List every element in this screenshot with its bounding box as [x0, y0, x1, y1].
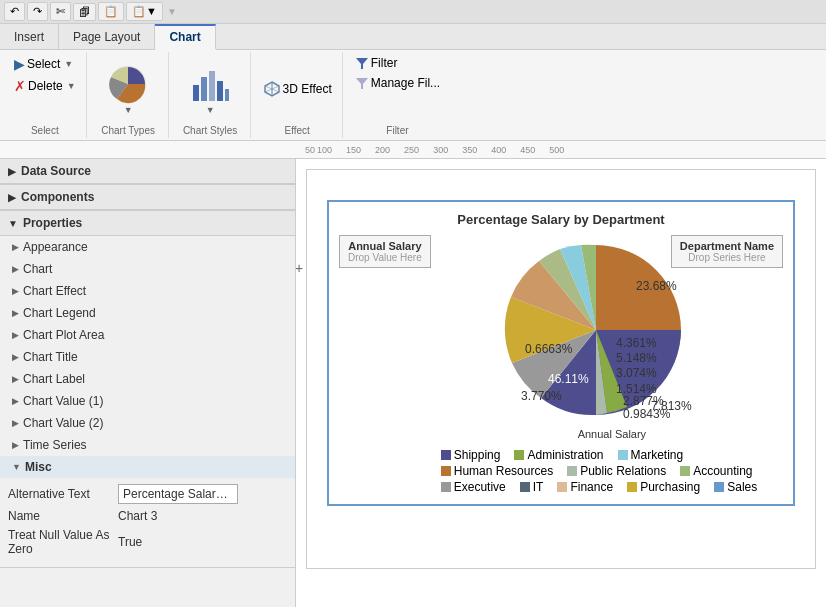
paste-button[interactable]: 📋: [98, 2, 124, 21]
chart-container: Percentage Salary by Department Annual S…: [327, 200, 795, 506]
legend-item-purchasing: Purchasing: [627, 480, 700, 494]
filter-icon: [355, 56, 369, 70]
filter-button[interactable]: Filter: [351, 54, 444, 72]
legend-color-executive: [441, 482, 451, 492]
ribbon-group-select: ▶ Select ▼ ✗ Delete ▼ Select: [4, 52, 87, 138]
legend-item-finance: Finance: [557, 480, 613, 494]
data-source-label: Data Source: [21, 164, 91, 178]
undo-button[interactable]: ↶: [4, 2, 25, 21]
legend-item-accounting: Accounting: [680, 464, 752, 478]
legend-color-it: [520, 482, 530, 492]
data-box-placeholder: Drop Value Here: [348, 252, 422, 263]
components-arrow: ▶: [8, 192, 16, 203]
prop-time-series[interactable]: ▶ Time Series: [0, 434, 295, 456]
svg-text:46.11%: 46.11%: [548, 372, 589, 386]
legend-color-finance: [557, 482, 567, 492]
bar-chart-icon: [189, 63, 231, 105]
add-handle[interactable]: +: [296, 260, 303, 276]
series-box-label: Department Name: [680, 240, 774, 252]
chart-type-button[interactable]: ▼: [102, 60, 154, 118]
svg-text:23.68%: 23.68%: [636, 279, 677, 293]
special-paste-button[interactable]: 📋▼: [126, 2, 163, 21]
tab-insert[interactable]: Insert: [0, 24, 59, 49]
prop-chart-value-1[interactable]: ▶ Chart Value (1): [0, 390, 295, 412]
filter-group-label: Filter: [351, 123, 444, 136]
prop-chart-plot-area[interactable]: ▶ Chart Plot Area: [0, 324, 295, 346]
chart-visual-area: Department Name Drop Series Here: [441, 235, 783, 494]
alt-text-input[interactable]: [118, 484, 238, 504]
components-header[interactable]: ▶ Components: [0, 185, 295, 210]
components-label: Components: [21, 190, 94, 204]
series-box[interactable]: Department Name Drop Series Here: [671, 235, 783, 268]
legend-item-executive: Executive: [441, 480, 506, 494]
data-source-header[interactable]: ▶ Data Source: [0, 159, 295, 184]
prop-chart-effect[interactable]: ▶ Chart Effect: [0, 280, 295, 302]
properties-section: ▼ Properties ▶ Appearance ▶ Chart ▶ Char…: [0, 211, 295, 568]
legend-color-pr: [567, 466, 577, 476]
prop-chart-legend[interactable]: ▶ Chart Legend: [0, 302, 295, 324]
null-value: True: [118, 535, 142, 549]
properties-label: Properties: [23, 216, 82, 230]
effect-group-label: Effect: [259, 123, 336, 136]
select-button[interactable]: ▶ Select ▼: [10, 54, 80, 74]
components-section: ▶ Components: [0, 185, 295, 211]
svg-text:7.813%: 7.813%: [651, 399, 692, 413]
legend-color-hr: [441, 466, 451, 476]
prop-chart-value-2[interactable]: ▶ Chart Value (2): [0, 412, 295, 434]
svg-text:4.361%: 4.361%: [616, 336, 657, 350]
chart-types-label: Chart Types: [95, 123, 162, 136]
legend-color-admin: [514, 450, 524, 460]
chart-legend: Shipping Administration Marketing: [441, 448, 783, 494]
redo-button[interactable]: ↷: [27, 2, 48, 21]
prop-chart[interactable]: ▶ Chart: [0, 258, 295, 280]
legend-item-pr: Public Relations: [567, 464, 666, 478]
tab-chart[interactable]: Chart: [155, 24, 215, 50]
3d-effect-button[interactable]: 3D Effect: [259, 78, 336, 100]
legend-color-shipping: [441, 450, 451, 460]
ribbon-group-filter: Filter Manage Fil... Filter: [345, 52, 450, 138]
data-source-arrow: ▶: [8, 166, 16, 177]
legend-item-it: IT: [520, 480, 544, 494]
alt-text-label: Alternative Text: [8, 487, 118, 501]
canvas-area: + Percentage Salary by Department Annual…: [296, 159, 826, 607]
prop-chart-label[interactable]: ▶ Chart Label: [0, 368, 295, 390]
svg-text:3.074%: 3.074%: [616, 366, 657, 380]
prop-misc[interactable]: ▼ Misc: [0, 456, 295, 478]
annual-salary-box[interactable]: Annual Salary Drop Value Here: [339, 235, 431, 268]
copy-button[interactable]: 🗐: [73, 3, 96, 21]
manage-filter-button[interactable]: Manage Fil...: [351, 74, 444, 92]
legend-color-purchasing: [627, 482, 637, 492]
svg-rect-4: [217, 81, 223, 101]
chart-style-button[interactable]: ▼: [184, 60, 236, 118]
select-group-label: Select: [10, 123, 80, 136]
svg-text:5.148%: 5.148%: [616, 351, 657, 365]
chart-title: Percentage Salary by Department: [339, 212, 783, 227]
properties-arrow: ▼: [8, 218, 18, 229]
svg-rect-5: [225, 89, 229, 101]
svg-rect-1: [193, 85, 199, 101]
legend-item-marketing: Marketing: [618, 448, 684, 462]
ribbon-group-chart-styles: ▼ Chart Styles: [171, 52, 251, 138]
properties-header[interactable]: ▼ Properties: [0, 211, 295, 236]
cut-button[interactable]: ✄: [50, 2, 71, 21]
svg-text:0.6663%: 0.6663%: [525, 342, 573, 356]
delete-button[interactable]: ✗ Delete ▼: [10, 76, 80, 96]
ribbon-group-effect: 3D Effect Effect: [253, 52, 343, 138]
misc-row-alt-text: Alternative Text: [8, 484, 287, 504]
svg-text:3.770%: 3.770%: [521, 389, 562, 403]
legend-item-admin: Administration: [514, 448, 603, 462]
misc-row-name: Name Chart 3: [8, 509, 287, 523]
chart-styles-label: Chart Styles: [177, 123, 244, 136]
prop-appearance[interactable]: ▶ Appearance: [0, 236, 295, 258]
prop-chart-title[interactable]: ▶ Chart Title: [0, 346, 295, 368]
legend-item-hr: Human Resources: [441, 464, 553, 478]
legend-color-sales: [714, 482, 724, 492]
name-label: Name: [8, 509, 118, 523]
null-label: Treat Null Value As Zero: [8, 528, 118, 556]
misc-row-null: Treat Null Value As Zero True: [8, 528, 287, 556]
legend-item-sales: Sales: [714, 480, 757, 494]
chart-data-column: Annual Salary Drop Value Here: [339, 235, 431, 268]
tab-page-layout[interactable]: Page Layout: [59, 24, 155, 49]
svg-marker-11: [356, 78, 368, 89]
ruler: 50 100 150 200 250 300 350 400 450 500: [0, 141, 826, 159]
